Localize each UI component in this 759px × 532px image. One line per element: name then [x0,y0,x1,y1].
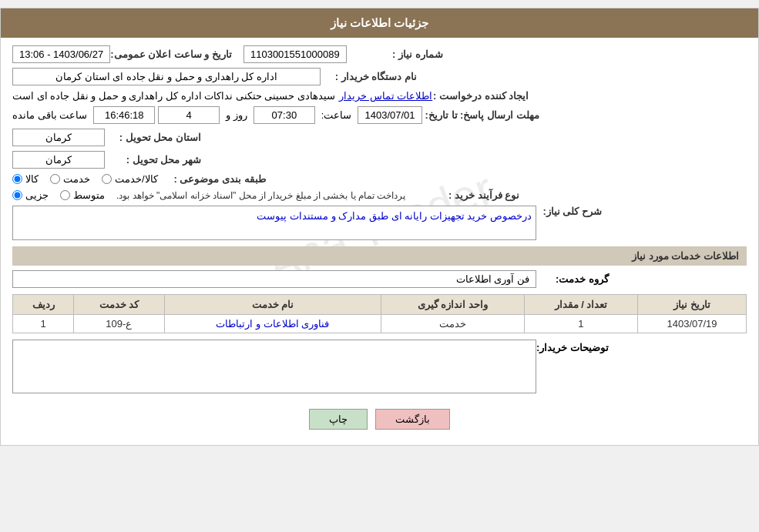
time-label: ساعت: [321,109,352,121]
city-row: شهر محل تحویل : کرمان [12,151,747,169]
page-container: Ana Tender جزئیات اطلاعات نیاز شماره نیا… [0,8,759,446]
province-row: استان محل تحویل : کرمان [12,129,747,146]
buyer-org-label: نام دستگاه خریدار : [321,71,421,82]
city-value: کرمان [12,151,105,169]
category-kala-label: کالا [25,173,39,185]
buyer-notes-area: توضیحات خریدار: [12,340,747,393]
service-group-row: گروه خدمت: فن آوری اطلاعات [12,270,747,288]
deadline-row: مهلت ارسال پاسخ: تا تاریخ: 1403/07/01 سا… [12,106,747,124]
process-jozii-radio[interactable] [12,190,22,200]
response-days-value: 4 [158,106,220,124]
category-kala-radio[interactable] [12,174,22,184]
category-khedmat-radio[interactable] [50,174,60,184]
cell-unit: خدمت [381,315,525,333]
process-row: نوع فرآیند خرید : پرداخت تمام یا بخشی از… [12,189,747,201]
cell-row: 1 [13,315,74,333]
announcement-label: تاریخ و ساعت اعلان عمومی: [110,49,236,60]
category-kala-item: کالا [12,173,39,185]
buyer-org-row: نام دستگاه خریدار : اداره کل راهداری و ح… [12,68,747,85]
cell-name: فناوری اطلاعات و ارتباطات [164,315,381,333]
buyer-org-value: اداره کل راهداری و حمل و نقل جاده ای است… [12,68,321,85]
buyer-notes-box [12,340,536,393]
province-value: کرمان [12,129,105,146]
province-label: استان محل تحویل : [105,132,205,143]
services-table: تاریخ نیاز تعداد / مقدار واحد اندازه گیر… [12,294,747,333]
response-clock-value: 16:46:18 [93,106,155,124]
category-kala-khedmat-radio[interactable] [102,174,112,184]
creator-value: سیدهادی حسینی حتکنی نداکات اداره کل راهد… [12,90,335,102]
cell-code: ع-109 [74,315,165,333]
col-date: تاریخ نیاز [638,295,747,315]
col-unit: واحد اندازه گیری [381,295,525,315]
back-button[interactable]: بازگشت [375,409,450,430]
announcement-value: 1403/06/27 - 13:06 [12,45,110,63]
process-jozii-item: جزیی [12,189,49,201]
process-motavaset-radio[interactable] [60,190,70,200]
print-button[interactable]: چاپ [309,409,368,430]
category-khedmat-item: خدمت [50,173,90,185]
services-section-header: اطلاعات خدمات مورد نیاز [12,246,747,266]
table-row: 1403/07/19 1 خدمت فناوری اطلاعات و ارتبا… [13,315,747,333]
process-note: پرداخت تمام یا بخشی از مبلغ خریدار از مح… [116,190,405,201]
need-number-value: 1103001551000089 [243,45,347,63]
city-label: شهر محل تحویل : [105,154,205,166]
need-number-row: شماره نیاز : 1103001551000089 تاریخ و سا… [12,45,747,63]
response-time-value: 07:30 [254,106,315,124]
process-motavaset-label: متوسط [73,189,105,201]
service-group-value: فن آوری اطلاعات [12,270,536,288]
description-textarea[interactable] [12,206,536,240]
table-header-row: تاریخ نیاز تعداد / مقدار واحد اندازه گیر… [13,295,747,315]
buyer-notes-label: توضیحات خریدار: [536,340,609,353]
category-label: طبقه بندی موضوعی : [170,173,270,185]
cell-date: 1403/07/19 [638,315,747,333]
page-title: جزئیات اطلاعات نیاز [1,8,758,38]
days-label: روز و [226,109,247,121]
description-area: شرح کلی نیاز: [12,206,747,240]
service-group-label: گروه خدمت: [539,273,609,285]
creator-row: ایجاد کننده درخواست : اطلاعات تماس خریدا… [12,90,747,102]
category-kala-khedmat-item: کالا/خدمت [102,173,158,185]
process-motavaset-item: متوسط [60,189,105,201]
creator-link[interactable]: اطلاعات تماس خریدار [339,90,432,102]
col-qty: تعداد / مقدار [524,295,637,315]
content-area: شماره نیاز : 1103001551000089 تاریخ و سا… [1,38,758,445]
deadline-label: مهلت ارسال پاسخ: تا تاریخ: [425,109,543,121]
cell-qty: 1 [524,315,637,333]
process-jozii-label: جزیی [25,189,49,201]
creator-label: ایجاد کننده درخواست : [432,90,532,102]
response-date-value: 1403/07/01 [358,106,421,124]
col-row: ردیف [13,295,74,315]
category-row: طبقه بندی موضوعی : کالا/خدمت خدمت کالا [12,173,747,185]
col-code: کد خدمت [74,295,165,315]
category-khedmat-label: خدمت [63,173,90,185]
remaining-label: ساعت باقی مانده [12,109,87,121]
need-number-label: شماره نیاز : [347,49,447,60]
category-kala-khedmat-label: کالا/خدمت [115,173,158,185]
process-label: نوع فرآیند خرید : [423,189,523,201]
description-label: شرح کلی نیاز: [536,206,606,217]
buttons-row: بازگشت چاپ [12,401,747,437]
col-name: نام خدمت [164,295,381,315]
